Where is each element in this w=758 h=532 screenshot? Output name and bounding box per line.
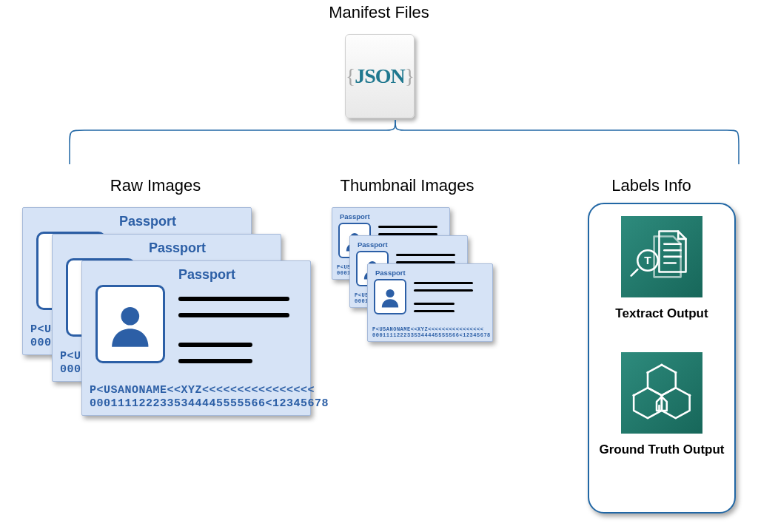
text-line [414, 310, 455, 312]
mrz-lines: P<USANONAME<<XYZ<<<<<<<<<<<<<<<< 0001111… [368, 326, 492, 338]
passport-label: Passport [119, 214, 176, 229]
textract-icon: T [621, 216, 702, 297]
passport-label: Passport [375, 269, 406, 277]
ground-truth-caption: Ground Truth Output [599, 442, 724, 457]
mrz-lines: P<USANONAME<<XYZ<<<<<<<<<<<<<<<< 0001111… [82, 384, 310, 411]
passport-label: Passport [340, 212, 370, 220]
passport-label: Passport [358, 240, 388, 249]
person-icon [374, 279, 406, 314]
section-raw-images: Raw Images [59, 176, 252, 195]
svg-point-17 [660, 363, 663, 366]
json-text: JSON [355, 64, 405, 87]
json-file-icon: {JSON} [345, 34, 415, 118]
right-brace: } [405, 64, 414, 87]
svg-point-2 [121, 307, 140, 326]
text-line [414, 282, 473, 284]
text-line [414, 289, 473, 292]
text-line [378, 226, 437, 228]
passport-label: Passport [149, 240, 206, 256]
person-icon [95, 285, 165, 363]
section-labels-info: Labels Info [577, 176, 725, 195]
text-line [414, 303, 455, 305]
bracket-connector [64, 120, 745, 172]
page-title: Manifest Files [0, 3, 758, 22]
svg-point-5 [386, 289, 394, 297]
passport-label: Passport [178, 267, 235, 283]
left-brace: { [346, 64, 355, 87]
svg-line-11 [631, 269, 638, 276]
text-line [178, 297, 289, 301]
text-line [178, 313, 289, 317]
ground-truth-icon [621, 352, 702, 434]
textract-caption: Textract Output [615, 306, 708, 321]
passport-card: Passport P<USANONAME<<XYZ<<<<<<<<<<<<<<<… [81, 260, 311, 416]
text-line [396, 254, 455, 256]
text-line [178, 343, 252, 347]
svg-point-21 [633, 394, 635, 396]
svg-point-19 [646, 371, 648, 373]
svg-point-20 [688, 394, 691, 396]
passport-thumbnail: Passport P<USANONAME<<XYZ<<<<<<<<<<<<<<<… [367, 263, 493, 342]
svg-text:T: T [644, 254, 651, 266]
labels-panel: T Textract Output Ground Truth Output [588, 203, 736, 514]
svg-point-18 [674, 371, 677, 373]
section-thumbnail-images: Thumbnail Images [311, 176, 503, 195]
text-line [178, 359, 252, 363]
